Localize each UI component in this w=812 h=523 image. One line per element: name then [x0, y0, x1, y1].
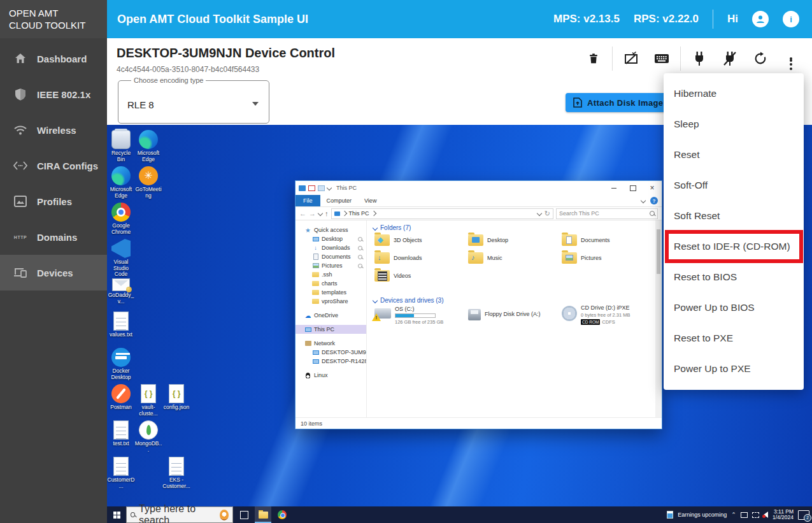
menu-item-reset-to-pxe[interactable]: Reset to PXE — [664, 323, 804, 354]
ribbon-collapse-chevron[interactable] — [641, 198, 646, 203]
computer-icon[interactable] — [299, 185, 306, 191]
chrome-task-button[interactable] — [274, 506, 290, 523]
menu-item-reset-to-ide-r[interactable]: Reset to IDE-R (CD-ROM) — [664, 231, 804, 262]
desktop-icon-gotomeeting[interactable]: GoToMeeting — [134, 166, 162, 199]
display-tray-icon[interactable] — [752, 512, 759, 518]
desktop-icon-postman[interactable]: Postman — [107, 384, 135, 411]
maximize-button[interactable] — [623, 181, 643, 195]
clock[interactable]: 3:11 PM 1/4/2024 — [773, 509, 794, 521]
sidebar-item-profiles[interactable]: Profiles — [0, 183, 107, 219]
desktop-icon-edge-2[interactable]: Microsoft Edge — [107, 166, 135, 199]
desktop-icon-mongodb[interactable]: MongoDB... — [134, 420, 162, 453]
sidebar-item-dashboard[interactable]: Dashboard — [0, 41, 107, 76]
menu-item-soft-off[interactable]: Soft-Off — [664, 170, 804, 201]
delete-button[interactable] — [581, 47, 606, 71]
sidebar-item-devices[interactable]: Devices — [0, 255, 107, 290]
desktop-icon-chrome[interactable]: Google Chrome — [107, 203, 135, 235]
folder-videos[interactable]: Videos — [374, 270, 464, 282]
folder-music[interactable]: ♪Music — [468, 252, 557, 264]
keyboard-button[interactable] — [650, 47, 674, 71]
address-box[interactable]: This PC ↻ — [331, 208, 554, 219]
nav-downloads[interactable]: ↓Downloads — [296, 243, 366, 252]
nav-desktop[interactable]: Desktop — [296, 234, 366, 243]
desktop-icon-config-json[interactable]: config.json — [162, 384, 190, 411]
nav-quick-access[interactable]: ★Quick access — [296, 226, 366, 234]
scrollbar-thumb[interactable] — [657, 229, 660, 274]
folder-pictures[interactable]: Pictures — [562, 252, 651, 264]
folder-downloads[interactable]: ↓Downloads — [374, 252, 464, 264]
taskbar-search-input[interactable]: Type here to search — [126, 506, 233, 523]
desktop-icon-eks-customer[interactable]: EKS -Customer... — [162, 457, 190, 489]
start-button[interactable] — [107, 506, 126, 523]
desktop-icon-godaddy[interactable]: GoDaddy_v... — [107, 275, 135, 304]
new-folder-icon[interactable] — [318, 185, 325, 191]
nav-ssh[interactable]: .ssh — [296, 270, 366, 279]
menu-item-reset[interactable]: Reset — [664, 140, 804, 170]
encoding-select[interactable]: Choose encoding type RLE 8 — [118, 76, 269, 124]
menu-item-soft-reset[interactable]: Soft Reset — [664, 201, 804, 231]
menu-item-hibernate[interactable]: Hibernate — [664, 78, 804, 109]
more-options-button[interactable] — [779, 47, 803, 71]
properties-icon[interactable] — [308, 185, 315, 191]
taskbar-notice[interactable]: Earnings upcoming — [678, 512, 727, 518]
tab-file[interactable]: File — [296, 195, 320, 206]
nav-desktop-3um9njn[interactable]: DESKTOP-3UM9NJN — [296, 348, 366, 357]
history-chevron[interactable] — [318, 211, 323, 216]
help-icon[interactable]: ? — [650, 197, 658, 204]
desktop-icon-test-txt[interactable]: test.txt — [107, 420, 135, 447]
nav-desktop-r142855[interactable]: DESKTOP-R142855 — [296, 357, 366, 366]
forward-icon[interactable]: → — [309, 210, 316, 217]
folder-documents[interactable]: Documents — [562, 234, 651, 246]
desktop-icon-vscode[interactable]: Visual Studio Code — [107, 239, 135, 278]
nav-templates[interactable]: templates — [296, 288, 366, 297]
tray-expand-icon[interactable]: ⌃ — [731, 512, 736, 518]
up-icon[interactable]: ↑ — [325, 210, 329, 217]
refresh-icon[interactable]: ↻ — [545, 210, 550, 218]
kvm-disconnect-button[interactable] — [619, 47, 643, 71]
desktop-icon-docker[interactable]: Docker Desktop — [107, 348, 135, 380]
account-icon[interactable] — [752, 11, 769, 27]
nav-this-pc[interactable]: This PC — [296, 325, 366, 334]
restart-button[interactable] — [748, 47, 773, 71]
close-button[interactable]: × — [643, 181, 662, 195]
drive-os-c[interactable]: OS (C:) 126 GB free of 235 GB — [374, 306, 443, 325]
desktop-icon-values-txt[interactable]: values.txt — [107, 312, 135, 338]
sidebar-item-domains[interactable]: HTTP Domains — [0, 219, 107, 255]
nav-documents[interactable]: Documents — [296, 252, 366, 261]
customize-toolbar-chevron[interactable] — [327, 185, 332, 190]
folder-desktop[interactable]: Desktop — [468, 234, 557, 246]
group-folders[interactable]: Folders (7) — [373, 224, 411, 231]
nav-onedrive[interactable]: ☁OneDrive — [296, 311, 366, 320]
drive-floppy-a[interactable]: Floppy Disk Drive (A:) — [468, 307, 541, 320]
volume-muted-icon[interactable] — [764, 512, 768, 518]
explorer-titlebar[interactable]: This PC × — [296, 181, 662, 195]
nav-network[interactable]: Network — [296, 339, 366, 348]
scrollbar[interactable] — [655, 220, 662, 417]
group-devices-drives[interactable]: Devices and drives (3) — [373, 297, 443, 304]
power-off-button[interactable] — [718, 47, 742, 71]
menu-item-power-up-to-bios[interactable]: Power Up to BIOS — [664, 292, 804, 323]
desktop-icon-customerd[interactable]: CustomerD... — [107, 457, 135, 489]
nav-vproshare[interactable]: vproShare — [296, 297, 366, 306]
sidebar-item-wireless[interactable]: Wireless — [0, 112, 107, 148]
task-view-button[interactable] — [236, 506, 252, 523]
tab-view[interactable]: View — [358, 197, 383, 204]
address-dropdown-chevron[interactable] — [537, 211, 542, 216]
back-icon[interactable]: ← — [299, 210, 306, 217]
minimize-button[interactable] — [604, 181, 623, 195]
desktop-icon-edge[interactable]: Microsoft Edge — [134, 130, 162, 162]
folder-3d-objects[interactable]: ◈3D Objects — [374, 234, 464, 246]
notification-center-icon[interactable]: 2 — [798, 510, 809, 520]
sidebar-item-cira-configs[interactable]: CIRA Configs — [0, 148, 107, 183]
nav-linux[interactable]: Linux — [296, 371, 366, 380]
desktop-icon-vault-cluster[interactable]: vault-cluste... — [134, 384, 162, 417]
breadcrumb[interactable]: This PC — [349, 210, 369, 217]
info-icon[interactable]: i — [783, 11, 799, 27]
file-explorer-task-button[interactable] — [255, 506, 271, 523]
sidebar-item-ieee8021x[interactable]: IEEE 802.1x — [0, 76, 107, 112]
explorer-search-input[interactable]: Search This PC — [556, 208, 658, 219]
attach-disk-image-button[interactable]: Attach Disk Image — [566, 93, 670, 112]
drive-cd-d[interactable]: CD Drive (D:) iPXE 0 bytes free of 2.31 … — [562, 304, 630, 325]
power-on-button[interactable] — [687, 47, 711, 71]
menu-item-power-up-to-pxe[interactable]: Power Up to PXE — [664, 354, 804, 384]
